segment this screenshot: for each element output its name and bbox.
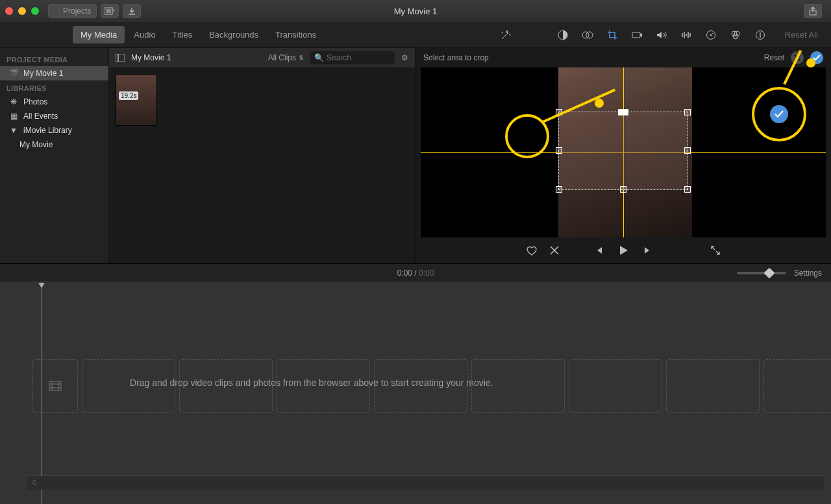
library-tabs-row: My Media Audio Titles Backgrounds Transi…: [0, 22, 831, 48]
crop-hint-label: Select area to crop: [423, 53, 489, 62]
time-sep: /: [412, 269, 419, 278]
filter-icon[interactable]: [729, 29, 742, 42]
fullscreen-window-icon[interactable]: [31, 7, 39, 15]
minimize-window-icon[interactable]: [18, 7, 26, 15]
import-media-button[interactable]: [101, 4, 119, 18]
sidebar-item-imovie-library[interactable]: ▼ iMovie Library: [0, 123, 108, 138]
disclosure-triangle-icon[interactable]: ▼: [9, 126, 18, 135]
crop-handle-bm[interactable]: [620, 186, 626, 193]
annotation-check-icon: [770, 105, 788, 123]
crop-handle-tr[interactable]: [684, 109, 691, 115]
crop-apply-button[interactable]: [810, 51, 823, 64]
svg-rect-14: [118, 54, 125, 62]
track-icon-slot: [32, 359, 78, 413]
svg-point-7: [710, 34, 711, 35]
photos-icon: ❋: [9, 97, 18, 106]
sidebar-header-libraries: LIBRARIES: [0, 80, 108, 95]
library-tabs: My Media Audio Titles Backgrounds Transi…: [73, 26, 324, 43]
gear-icon[interactable]: ⚙: [401, 53, 408, 62]
back-to-projects-button[interactable]: 〈 Projects: [48, 4, 97, 18]
crop-handle-tl[interactable]: [556, 109, 562, 115]
prev-frame-button[interactable]: [594, 246, 603, 255]
sidebar-item-photos[interactable]: ❋ Photos: [0, 95, 108, 109]
svg-rect-13: [116, 54, 118, 62]
volume-icon[interactable]: [655, 29, 668, 42]
clip-filter-dropdown[interactable]: All Clips ⇅: [268, 53, 304, 62]
events-icon: ▦: [9, 112, 18, 121]
crop-reset-button[interactable]: Reset: [764, 53, 784, 62]
music-note-icon: ♫: [27, 476, 825, 488]
crop-handle-ml[interactable]: [556, 147, 562, 154]
timeline-drop-slot[interactable]: [666, 359, 760, 413]
crop-viewer[interactable]: [421, 67, 826, 237]
tab-transitions[interactable]: Transitions: [267, 26, 324, 43]
annotation-highlight-apply-button: [752, 87, 806, 141]
timeline-drop-slot[interactable]: [763, 359, 831, 413]
tab-backgrounds[interactable]: Backgrounds: [201, 26, 266, 43]
close-window-icon[interactable]: [5, 7, 13, 15]
playhead[interactable]: [42, 282, 42, 504]
svg-rect-15: [49, 381, 61, 390]
svg-point-3: [582, 32, 589, 38]
film-icon: 🎬: [9, 69, 18, 78]
crop-selection[interactable]: [558, 112, 688, 190]
crop-toolbar: Select area to crop Reset: [416, 48, 831, 67]
crop-handle-mr[interactable]: [684, 147, 691, 154]
crop-icon[interactable]: [606, 29, 619, 42]
color-balance-icon[interactable]: [556, 29, 569, 42]
crop-handle-bl[interactable]: [556, 186, 562, 193]
sidebar-photos-label: Photos: [23, 97, 47, 106]
sidebar-item-project[interactable]: 🎬 My Movie 1: [0, 66, 108, 80]
updown-icon: ⇅: [299, 54, 304, 61]
playhead-time: 0:00 / 0:00: [397, 269, 434, 278]
back-label: Projects: [63, 6, 91, 16]
timeline[interactable]: Drag and drop video clips and photos fro…: [0, 282, 831, 504]
timeline-settings-button[interactable]: Settings: [794, 269, 822, 278]
next-frame-button[interactable]: [643, 246, 652, 255]
sidebar-project-label: My Movie 1: [23, 69, 63, 78]
sidebar-mymovie-label: My Movie: [19, 140, 53, 149]
favorite-icon[interactable]: [526, 245, 538, 256]
fullscreen-icon[interactable]: [710, 245, 721, 256]
traffic-lights: [5, 7, 39, 15]
search-icon: 🔍: [314, 53, 324, 62]
svg-rect-5: [632, 32, 640, 38]
clip-grid: 19.2s: [109, 67, 415, 263]
tab-titles[interactable]: Titles: [165, 26, 201, 43]
video-track[interactable]: [0, 282, 831, 413]
sidebar-header-project: PROJECT MEDIA: [0, 52, 108, 66]
clip-browser: My Movie 1 All Clips ⇅ 🔍 Search ⚙ 19.2s: [109, 48, 416, 263]
crop-handle-br[interactable]: [684, 186, 691, 193]
filter-label: All Clips: [268, 53, 296, 62]
play-button[interactable]: [617, 245, 629, 256]
timeline-drop-slot[interactable]: [569, 359, 662, 413]
transport-controls: [416, 237, 831, 263]
download-button[interactable]: [123, 4, 141, 18]
timeline-zoom-slider[interactable]: [737, 272, 786, 274]
zoom-knob[interactable]: [763, 267, 775, 278]
magic-wand-icon[interactable]: [499, 29, 512, 42]
preview-pane: Select area to crop Reset: [416, 48, 831, 263]
clip-thumbnail[interactable]: 19.2s: [116, 74, 157, 126]
timeline-drop-hint: Drag and drop video clips and photos fro…: [130, 378, 493, 388]
share-button[interactable]: [804, 4, 822, 18]
reset-all-button[interactable]: Reset All: [785, 30, 818, 40]
sidebar-item-all-events[interactable]: ▦ All Events: [0, 109, 108, 123]
timeline-header: 0:00 / 0:00 Settings: [0, 263, 831, 282]
list-toggle-icon[interactable]: [116, 54, 125, 62]
color-correction-icon[interactable]: [581, 29, 594, 42]
reject-icon[interactable]: [549, 245, 560, 256]
noise-equalizer-icon[interactable]: [680, 29, 693, 42]
tab-audio[interactable]: Audio: [126, 26, 163, 43]
search-input[interactable]: 🔍 Search: [310, 51, 395, 64]
speed-icon[interactable]: [704, 29, 717, 42]
adjustments-toolbar: Reset All: [499, 29, 831, 42]
audio-track[interactable]: ♫: [27, 475, 825, 490]
crop-handle-center-top[interactable]: [618, 109, 628, 115]
sidebar-item-my-movie[interactable]: My Movie: [0, 138, 108, 152]
info-icon[interactable]: [754, 29, 767, 42]
tab-my-media[interactable]: My Media: [73, 26, 125, 43]
search-placeholder: Search: [327, 53, 351, 62]
crop-cancel-button[interactable]: [791, 51, 804, 64]
stabilization-icon[interactable]: [630, 29, 643, 42]
